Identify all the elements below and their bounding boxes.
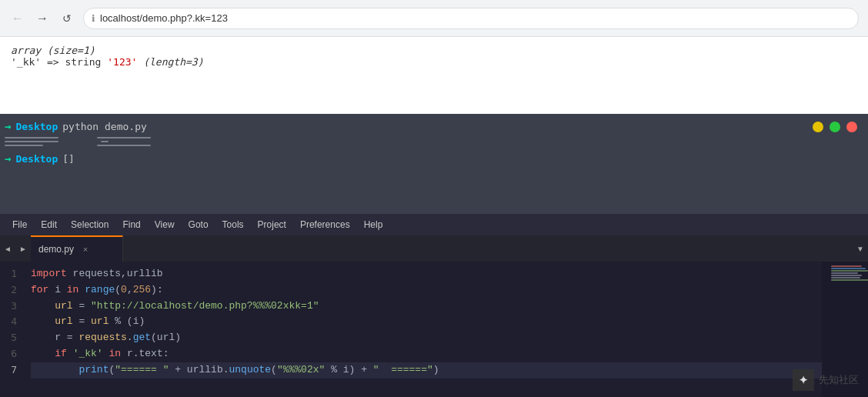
tab-bar: ◄ ► demo.py × ▼ bbox=[0, 235, 868, 262]
url-text: localhost/demo.php?.kk=123 bbox=[100, 12, 228, 24]
forward-button[interactable]: → bbox=[34, 10, 51, 27]
menu-selection[interactable]: Selection bbox=[65, 218, 115, 232]
tab-title: demo.py bbox=[38, 244, 74, 255]
code-area: 1 2 3 4 5 6 7 import requests,urllib for… bbox=[0, 262, 868, 397]
code-line-2: for i in range(0,256): bbox=[31, 282, 822, 299]
menu-tools[interactable]: Tools bbox=[216, 218, 250, 232]
tab-nav-left[interactable]: ◄ bbox=[0, 235, 15, 262]
terminal: → Desktop python demo.py → Desktop [] bbox=[0, 114, 868, 214]
menu-project[interactable]: Project bbox=[252, 218, 292, 232]
code-line-4: url = url % (i) bbox=[31, 314, 822, 330]
reload-button[interactable]: ↺ bbox=[58, 10, 75, 27]
code-lines[interactable]: import requests,urllib for i in range(0,… bbox=[25, 262, 822, 397]
close-dot[interactable] bbox=[846, 122, 857, 132]
lock-icon: ℹ bbox=[92, 13, 95, 24]
code-line-6: if '_kk' in r.text: bbox=[31, 346, 822, 362]
minimize-dot[interactable] bbox=[813, 122, 823, 132]
tab-close-button[interactable]: × bbox=[80, 244, 91, 255]
terminal-prompt-2: → Desktop [] bbox=[0, 148, 868, 168]
menu-bar: File Edit Selection Find View Goto Tools… bbox=[0, 214, 868, 235]
output-line1: array (size=1) bbox=[11, 45, 857, 56]
line-numbers: 1 2 3 4 5 6 7 bbox=[0, 262, 25, 397]
terminal-dividers bbox=[0, 135, 868, 148]
menu-file[interactable]: File bbox=[6, 218, 33, 232]
menu-goto[interactable]: Goto bbox=[182, 218, 215, 232]
terminal-prompt-1: → Desktop python demo.py bbox=[0, 114, 868, 135]
menu-help[interactable]: Help bbox=[358, 218, 389, 232]
menu-preferences[interactable]: Preferences bbox=[294, 218, 356, 232]
menu-view[interactable]: View bbox=[149, 218, 181, 232]
back-button[interactable]: ← bbox=[9, 10, 26, 27]
watermark-icon: ✦ bbox=[793, 369, 814, 391]
editor: File Edit Selection Find View Goto Tools… bbox=[0, 214, 868, 397]
tab-nav-right[interactable]: ► bbox=[15, 235, 31, 262]
php-output: array (size=1) '_kk' => string '123' (le… bbox=[0, 37, 868, 114]
watermark: ✦ 先知社区 bbox=[793, 369, 859, 391]
tab-spacer bbox=[123, 235, 853, 262]
watermark-text: 先知社区 bbox=[819, 373, 859, 387]
menu-find[interactable]: Find bbox=[116, 218, 146, 232]
code-line-3: url = "http://localhost/demo.php?%%%02xk… bbox=[31, 299, 822, 315]
tab-demo-py[interactable]: demo.py × bbox=[31, 235, 123, 262]
output-line2: '_kk' => string '123' (length=3) bbox=[11, 56, 857, 68]
maximize-dot[interactable] bbox=[830, 122, 840, 132]
code-line-5: r = requests.get(url) bbox=[31, 330, 822, 346]
code-line-1: import requests,urllib bbox=[31, 266, 822, 282]
tab-dropdown-button[interactable]: ▼ bbox=[853, 235, 868, 262]
window-controls bbox=[813, 122, 857, 132]
menu-edit[interactable]: Edit bbox=[35, 218, 63, 232]
browser-bar: ← → ↺ ℹ localhost/demo.php?.kk=123 bbox=[0, 0, 868, 37]
code-line-7: print("====== " + urllib.unquote("%%%02x… bbox=[31, 362, 822, 379]
address-bar[interactable]: ℹ localhost/demo.php?.kk=123 bbox=[83, 8, 859, 29]
